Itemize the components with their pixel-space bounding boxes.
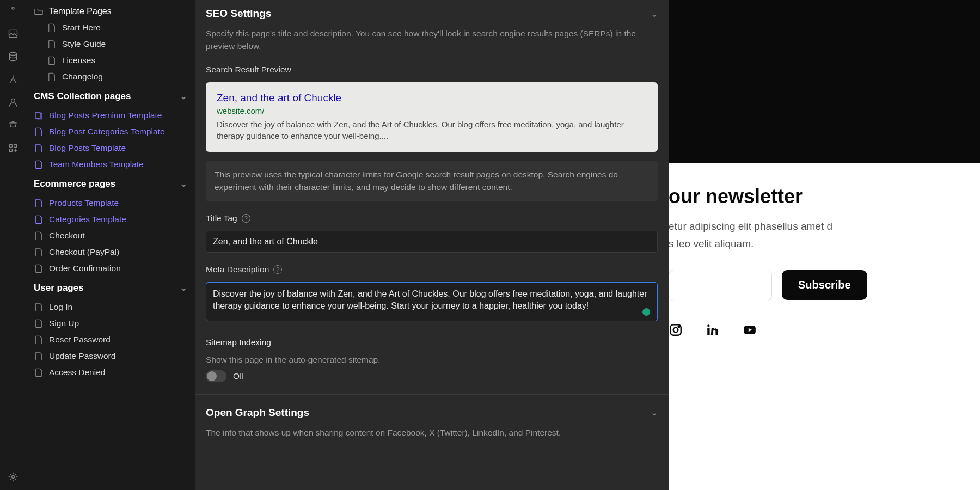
pages-sidebar: Template Pages Start HereStyle GuideLice…: [26, 0, 195, 490]
sidebar-item-label: Reset Password: [49, 335, 111, 345]
sitemap-toggle[interactable]: [206, 370, 226, 382]
serp-hint: This preview uses the typical character …: [206, 161, 658, 201]
help-icon[interactable]: ?: [273, 265, 282, 274]
database-icon[interactable]: [7, 50, 20, 63]
sidebar-item-label: Checkout (PayPal): [49, 247, 119, 257]
svg-point-10: [673, 327, 678, 332]
sidebar-item-label: Blog Post Categories Template: [49, 127, 165, 137]
page-icon: [34, 215, 44, 224]
user-icon[interactable]: [7, 96, 20, 109]
page-icon: [34, 367, 44, 377]
sidebar-item[interactable]: Access Denied: [26, 364, 195, 381]
serp-url: website.com/: [217, 106, 647, 115]
chevron-down-icon: ⌄: [651, 407, 658, 418]
sidebar-item-label: Blog Posts Premium Template: [49, 111, 162, 120]
sidebar-item-label: Access Denied: [49, 367, 105, 377]
newsletter-title: our newsletter: [669, 185, 980, 208]
subscribe-button[interactable]: Subscribe: [782, 270, 867, 300]
open-graph-header[interactable]: Open Graph Settings ⌄: [206, 399, 658, 426]
cms-collection-header[interactable]: CMS Collection pages ⌄: [26, 85, 195, 107]
sidebar-item[interactable]: Blog Posts Template: [26, 140, 195, 156]
variables-icon[interactable]: [7, 73, 20, 86]
ai-dot-icon[interactable]: [642, 308, 650, 316]
page-icon: [34, 127, 44, 137]
instagram-icon[interactable]: [669, 323, 683, 337]
chevron-down-icon: ⌄: [180, 90, 187, 102]
sidebar-item-label: Blog Posts Template: [49, 143, 126, 153]
page-icon: [47, 23, 57, 33]
serp-desc: Discover the joy of balance with Zen, an…: [217, 119, 647, 143]
folder-label: Template Pages: [49, 7, 112, 16]
sidebar-item[interactable]: Reset Password: [26, 332, 195, 348]
sidebar-item[interactable]: Order Confirmation: [26, 260, 195, 277]
sidebar-item[interactable]: Sign Up: [26, 315, 195, 332]
sitemap-label: Sitemap Indexing: [206, 338, 658, 347]
image-icon[interactable]: [7, 27, 20, 40]
page-icon: [34, 335, 44, 345]
title-tag-label: Title Tag ?: [206, 213, 658, 223]
sidebar-item[interactable]: Products Template: [26, 195, 195, 211]
sidebar-item[interactable]: Style Guide: [26, 36, 195, 52]
sidebar-item[interactable]: Checkout (PayPal): [26, 244, 195, 260]
sidebar-item[interactable]: Licenses: [26, 52, 195, 69]
icon-rail: [0, 0, 26, 490]
sidebar-item[interactable]: Blog Post Categories Template: [26, 124, 195, 140]
sidebar-item[interactable]: Log In: [26, 299, 195, 315]
page-icon: [47, 39, 57, 49]
sidebar-item-label: Sign Up: [49, 318, 79, 328]
sidebar-item[interactable]: Categories Template: [26, 211, 195, 228]
sidebar-item-label: Order Confirmation: [49, 264, 121, 273]
linkedin-icon[interactable]: [706, 323, 720, 337]
toggle-state-label: Off: [233, 371, 244, 381]
sitemap-desc: Show this page in the auto-generated sit…: [206, 355, 658, 365]
user-pages-header[interactable]: User pages ⌄: [26, 277, 195, 299]
ecommerce-header[interactable]: Ecommerce pages ⌄: [26, 173, 195, 195]
page-icon: [34, 111, 44, 120]
page-icon: [47, 72, 57, 82]
divider: [195, 394, 669, 395]
settings-icon[interactable]: [7, 470, 20, 483]
sidebar-item[interactable]: Blog Posts Premium Template: [26, 107, 195, 124]
template-pages-folder[interactable]: Template Pages: [26, 3, 195, 20]
page-icon: [34, 143, 44, 153]
svg-point-0: [11, 7, 14, 9]
sidebar-item-label: Changelog: [62, 72, 103, 82]
svg-point-4: [11, 99, 15, 102]
open-graph-desc: The info that shows up when sharing cont…: [206, 426, 658, 439]
sidebar-item-label: Start Here: [62, 23, 101, 33]
social-icons: [669, 323, 980, 337]
sidebar-item[interactable]: Update Password: [26, 348, 195, 364]
sidebar-item-label: Team Members Template: [49, 160, 144, 169]
chevron-down-icon: ⌄: [651, 9, 658, 19]
sidebar-item-label: Style Guide: [62, 39, 106, 49]
page-icon: [34, 160, 44, 169]
svg-point-11: [678, 326, 680, 327]
sidebar-item[interactable]: Changelog: [26, 69, 195, 85]
svg-point-3: [12, 78, 14, 79]
page-icon: [34, 264, 44, 273]
meta-desc-input[interactable]: [206, 282, 658, 321]
page-icon: [47, 56, 57, 65]
apps-icon[interactable]: [7, 142, 20, 155]
sidebar-item-label: Products Template: [49, 198, 119, 208]
email-field[interactable]: [669, 270, 772, 301]
page-icon: [34, 351, 44, 361]
serp-preview-label: Search Result Preview: [206, 65, 658, 75]
svg-rect-12: [707, 328, 709, 335]
sidebar-item[interactable]: Team Members Template: [26, 156, 195, 173]
serp-title: Zen, and the art of Chuckle: [217, 92, 647, 104]
sidebar-item-label: Log In: [49, 302, 72, 312]
svg-rect-5: [9, 144, 12, 147]
sidebar-item[interactable]: Checkout: [26, 228, 195, 244]
sidebar-item-label: Licenses: [62, 56, 95, 65]
svg-rect-1: [9, 30, 17, 37]
sidebar-item-label: Categories Template: [49, 215, 126, 224]
seo-settings-header[interactable]: SEO Settings ⌄: [206, 0, 658, 27]
help-icon[interactable]: ?: [242, 214, 250, 223]
cart-icon[interactable]: [7, 119, 20, 132]
sidebar-item[interactable]: Start Here: [26, 20, 195, 36]
svg-rect-7: [9, 149, 12, 152]
spot-icon[interactable]: [7, 4, 20, 17]
youtube-icon[interactable]: [743, 323, 757, 337]
title-tag-input[interactable]: [206, 231, 658, 253]
